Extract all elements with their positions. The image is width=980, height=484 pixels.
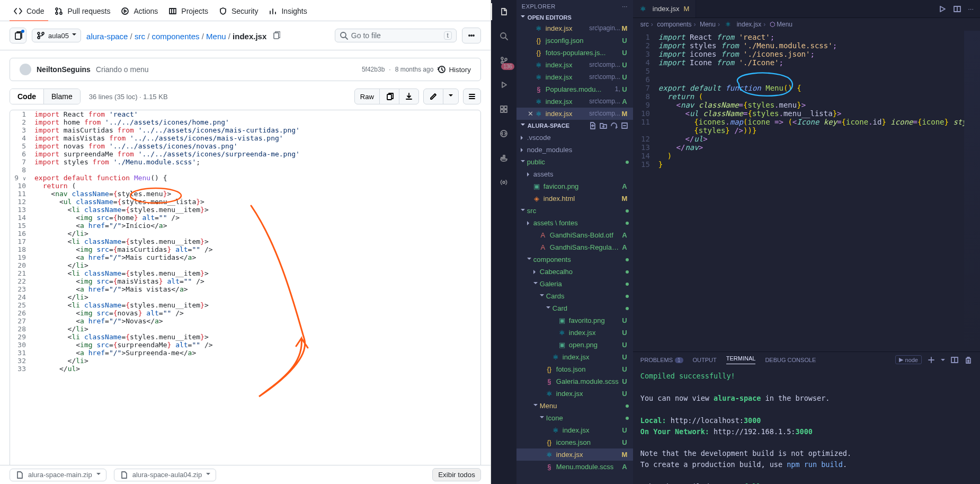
terminal-dropdown[interactable] xyxy=(941,357,945,363)
tree-folder[interactable]: Card xyxy=(516,302,633,314)
branch-select[interactable]: aula05 xyxy=(32,29,81,42)
terminal-output[interactable]: Compiled successfully! You can now view … xyxy=(633,367,980,484)
tree-file[interactable]: §Menu.module.scssA xyxy=(516,461,633,473)
tree-folder[interactable]: Galeria xyxy=(516,278,633,290)
debug-console-tab[interactable]: DEBUG CONSOLE xyxy=(765,357,816,363)
open-editor-item[interactable]: ⚛index.jsxsrc\comp...A xyxy=(516,95,633,108)
refresh-icon[interactable] xyxy=(610,121,618,130)
copy-button[interactable] xyxy=(379,89,399,104)
run-icon[interactable] xyxy=(938,5,947,13)
history-button[interactable]: History xyxy=(438,65,470,74)
tree-file[interactable]: ⚛index.jsxU xyxy=(516,388,633,400)
live-activity[interactable] xyxy=(496,175,511,190)
tree-folder[interactable]: Menu xyxy=(516,400,633,412)
tree-folder[interactable]: Cabecalho xyxy=(516,266,633,278)
tree-file[interactable]: ◈index.htmlM xyxy=(516,192,633,205)
split-terminal-icon[interactable] xyxy=(950,356,959,364)
sidebar-toggle[interactable] xyxy=(10,28,26,43)
repo-tab-actions[interactable]: Actions xyxy=(117,7,162,21)
more-button[interactable] xyxy=(462,28,481,43)
new-folder-icon[interactable] xyxy=(599,121,608,130)
open-editors-section[interactable]: OPEN EDITORS xyxy=(516,13,633,22)
raw-button[interactable]: Raw xyxy=(355,89,379,104)
tree-file[interactable]: ▣favorito.pngU xyxy=(516,314,633,327)
open-editor-item[interactable]: {}fotos-populares.js...U xyxy=(516,47,633,59)
split-icon[interactable] xyxy=(953,5,961,13)
tree-file[interactable]: ▣open.pngU xyxy=(516,339,633,351)
tree-file[interactable]: ⚛index.jsxU xyxy=(516,424,633,436)
edit-button[interactable] xyxy=(424,89,443,104)
open-editor-item[interactable]: ✕⚛index.jsxsrc\comp...M xyxy=(516,108,633,120)
terminal-profile[interactable]: ▶ node xyxy=(895,355,922,364)
explorer-activity[interactable] xyxy=(496,4,511,19)
problems-tab[interactable]: PROBLEMS1 xyxy=(640,357,683,363)
download-button[interactable] xyxy=(399,89,418,104)
tree-folder[interactable]: .vscode xyxy=(516,131,633,144)
tree-file[interactable]: {}fotos.jsonU xyxy=(516,363,633,375)
repo-tab-code[interactable]: Code xyxy=(10,7,48,21)
extensions-activity[interactable] xyxy=(496,102,511,117)
collapse-icon[interactable] xyxy=(620,121,629,130)
tree-folder[interactable]: assets \ fontes xyxy=(516,217,633,229)
tree-file[interactable]: ⚛index.jsxM xyxy=(516,448,633,461)
repo-tab-insights[interactable]: Insights xyxy=(264,7,311,21)
go-to-file-input[interactable]: Go to file t xyxy=(335,29,457,42)
avatar[interactable] xyxy=(20,64,31,75)
editor-tab[interactable]: ⚛ index.jsx M xyxy=(633,0,696,17)
breadcrumb-part[interactable]: Menu xyxy=(206,32,226,41)
tree-folder[interactable]: node_modules xyxy=(516,144,633,156)
tree-file[interactable]: ▣favicon.pngA xyxy=(516,180,633,192)
tree-folder[interactable]: src xyxy=(516,205,633,217)
open-editor-item[interactable]: §Populares.modu...1,U xyxy=(516,83,633,95)
tree-file[interactable]: ⚛index.jsxU xyxy=(516,327,633,339)
show-all-downloads[interactable]: Exibir todos xyxy=(432,468,481,481)
editor-breadcrumb[interactable]: src› components› Menu› ⚛ index.jsx› ⬡ Me… xyxy=(633,18,980,31)
tree-folder[interactable]: Icone xyxy=(516,412,633,424)
breadcrumb-part[interactable]: src xyxy=(135,32,145,41)
terminal-tab[interactable]: TERMINAL xyxy=(726,355,756,364)
repo-tab-pull-requests[interactable]: Pull requests xyxy=(50,7,114,21)
open-editor-item[interactable]: {}jsconfig.jsonU xyxy=(516,34,633,47)
tree-folder[interactable]: assets xyxy=(516,168,633,180)
scm-activity[interactable]: 136 xyxy=(496,53,511,68)
tree-file[interactable]: AGandhiSans-Regular....A xyxy=(516,241,633,253)
symbols-button[interactable] xyxy=(463,89,481,104)
new-terminal-icon[interactable] xyxy=(927,356,936,364)
edit-dropdown[interactable] xyxy=(443,89,458,104)
code-editor[interactable]: 1import React from 'react';2import style… xyxy=(633,31,980,351)
remote-activity[interactable] xyxy=(496,126,511,141)
copy-path-icon[interactable] xyxy=(272,31,280,39)
tree-file[interactable]: §Galeria.module.scssU xyxy=(516,375,633,388)
tree-file[interactable]: ⚛index.jsxU xyxy=(516,351,633,363)
repo-tab-projects[interactable]: Projects xyxy=(164,7,212,21)
minimap[interactable] xyxy=(964,31,980,351)
commit-author[interactable]: NeiltonSeguins xyxy=(37,65,91,74)
tree-folder[interactable]: components xyxy=(516,253,633,266)
blame-tab[interactable]: Blame xyxy=(44,89,80,104)
docker-activity[interactable] xyxy=(496,151,511,165)
commit-sha[interactable]: 5f42b3b xyxy=(362,66,385,73)
more-icon[interactable]: ··· xyxy=(968,5,974,13)
download-chip[interactable]: alura-space-aula04.zip xyxy=(114,469,217,481)
open-editor-item[interactable]: ⚛index.jsxsrc\pagin...M xyxy=(516,22,633,34)
open-editor-item[interactable]: ⚛index.jsxsrc\comp...U xyxy=(516,59,633,71)
repo-tab-security[interactable]: Security xyxy=(215,7,263,21)
kill-terminal-icon[interactable] xyxy=(964,356,973,364)
tree-folder[interactable]: public xyxy=(516,156,633,168)
download-chip[interactable]: alura-space-main.zip xyxy=(10,469,106,481)
code-tab[interactable]: Code xyxy=(10,89,44,104)
project-section[interactable]: ALURA-SPACE xyxy=(516,120,633,131)
more-icon[interactable]: ··· xyxy=(622,3,628,10)
search-activity[interactable] xyxy=(496,29,511,43)
breadcrumb-repo[interactable]: alura-space xyxy=(86,32,128,41)
tree-folder[interactable]: Cards xyxy=(516,290,633,302)
tree-file[interactable]: {}icones.jsonU xyxy=(516,436,633,448)
code-view[interactable]: 1import React from 'react'2import home f… xyxy=(10,110,481,479)
breadcrumb-part[interactable]: componentes xyxy=(152,32,199,41)
tree-file[interactable]: AGandhiSans-Bold.otfA xyxy=(516,229,633,241)
run-activity[interactable] xyxy=(496,77,511,92)
open-editor-item[interactable]: ⚛index.jsxsrc\comp...U xyxy=(516,71,633,83)
output-tab[interactable]: OUTPUT xyxy=(693,357,717,363)
commit-message[interactable]: Criando o menu xyxy=(96,65,149,74)
new-file-icon[interactable] xyxy=(589,121,597,130)
